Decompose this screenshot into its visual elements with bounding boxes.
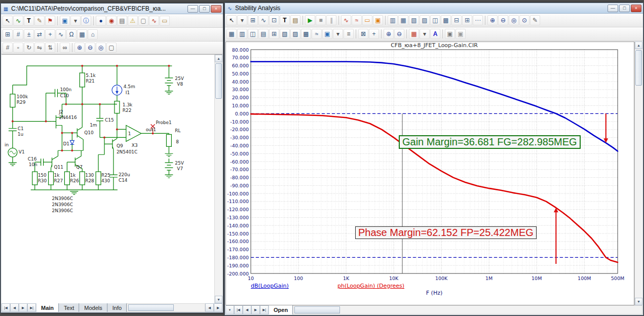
flag-tool-icon[interactable]: ⚑ bbox=[45, 16, 55, 26]
plot-grid-2-button-icon[interactable]: ▥ bbox=[237, 29, 247, 39]
copy-dropdown-icon[interactable]: ▾ bbox=[70, 16, 81, 26]
probe-button-icon[interactable]: ∿ bbox=[149, 16, 159, 26]
last-page-button[interactable]: ▶| bbox=[27, 303, 36, 312]
analysis-window-titlebar[interactable]: ∿ Stability Analysis — □ × bbox=[225, 3, 643, 14]
legend-phase[interactable]: ph(LoopGain) (Degrees) bbox=[337, 283, 404, 289]
data-points-button-icon[interactable]: ⋯ bbox=[473, 15, 483, 25]
page-list-button[interactable]: ▾ bbox=[225, 305, 234, 314]
color-palette-button-icon[interactable]: ▦ bbox=[409, 29, 419, 39]
prev-page-button[interactable]: ◀ bbox=[10, 303, 19, 312]
pane-layout-4-button-icon[interactable]: ▨ bbox=[420, 15, 430, 25]
flip-button-icon[interactable]: ⇅ bbox=[45, 43, 55, 53]
tab-info[interactable]: Info bbox=[107, 303, 127, 312]
attribute-button-icon[interactable]: ⊞ bbox=[3, 29, 13, 40]
copy-button-icon[interactable]: ▣ bbox=[60, 16, 70, 26]
scale-button-icon[interactable]: ⊠ bbox=[358, 29, 368, 39]
scroll-left-button[interactable]: ◀ bbox=[205, 303, 214, 312]
first-page-button[interactable]: |◀ bbox=[234, 305, 243, 314]
zoom-auto-button-icon[interactable]: ⊙ bbox=[519, 15, 529, 25]
select-tool-icon[interactable]: ↖ bbox=[226, 15, 237, 25]
pin-connections-button-icon[interactable]: ▦ bbox=[77, 29, 87, 40]
last-page-button[interactable]: ▶| bbox=[260, 305, 269, 314]
node-numbers-button-icon[interactable]: ± bbox=[24, 29, 34, 40]
scroll-thumb[interactable] bbox=[215, 63, 222, 99]
zoom-out-button-icon[interactable]: ⊖ bbox=[498, 15, 508, 25]
zoom-in-button-icon[interactable]: ⊕ bbox=[74, 43, 85, 53]
watch-button-icon[interactable]: ▣ bbox=[373, 15, 383, 25]
grid-button-icon[interactable]: # bbox=[3, 43, 13, 53]
scroll-down-button[interactable]: ▼ bbox=[215, 296, 222, 303]
grid-text-button-icon[interactable]: # bbox=[13, 29, 23, 40]
plot-grid-9-button-icon[interactable]: ≈ bbox=[312, 29, 322, 39]
run-button-icon[interactable]: ▶ bbox=[305, 15, 315, 25]
scroll-up-button[interactable]: ▲ bbox=[215, 55, 222, 62]
gain-margin-annotation[interactable]: Gain Margin=36.681 FG=282.985MEG bbox=[399, 135, 581, 149]
crosshair-button-icon[interactable]: ⌂ bbox=[88, 29, 98, 40]
copy-page-button-icon[interactable]: ▣ bbox=[445, 29, 455, 39]
plot-grid-6-button-icon[interactable]: ▧ bbox=[280, 29, 290, 39]
close-button[interactable]: × bbox=[211, 5, 221, 13]
plot-vertical-scrollbar[interactable]: ▲ ▼ bbox=[634, 42, 642, 305]
minimize-button[interactable]: — bbox=[187, 5, 198, 13]
rotate-button-icon[interactable]: ↻ bbox=[24, 43, 34, 53]
scroll-right-button[interactable]: ▶ bbox=[214, 303, 222, 312]
schematic-canvas[interactable]: 100kR29C11uinV15.1kR21100nC104.5mI11.3kR… bbox=[2, 55, 214, 303]
properties-button-icon[interactable]: ▤ bbox=[290, 15, 300, 25]
maximize-button[interactable]: □ bbox=[619, 5, 630, 12]
pane-layout-2-button-icon[interactable]: ▦ bbox=[398, 15, 408, 25]
zoom-window-button-icon[interactable]: ◎ bbox=[509, 15, 519, 25]
horizontal-scrollbar[interactable] bbox=[293, 305, 642, 314]
select-tool-icon[interactable]: ↖ bbox=[3, 16, 13, 26]
close-button[interactable]: × bbox=[631, 5, 641, 12]
graphics-tool-icon[interactable]: ✎ bbox=[34, 16, 45, 26]
pane-layout-6-button-icon[interactable]: ▩ bbox=[441, 15, 451, 25]
horizontal-scrollbar[interactable] bbox=[127, 303, 205, 312]
next-page-button[interactable]: ▶ bbox=[19, 303, 27, 312]
clipboard-dropdown-icon[interactable]: ▾ bbox=[237, 15, 247, 25]
node-voltages-button-icon[interactable]: ⇄ bbox=[34, 29, 45, 40]
zoom-area-button-icon[interactable]: ◎ bbox=[96, 43, 106, 53]
plot-canvas[interactable]: 80.00070.00060.00050.00040.00030.00020.0… bbox=[226, 42, 634, 298]
find-button-icon[interactable]: ∞ bbox=[60, 43, 70, 53]
cursor-mode-button-icon[interactable]: ∿ bbox=[258, 15, 269, 25]
scroll-track[interactable] bbox=[215, 62, 222, 296]
first-page-button[interactable]: |◀ bbox=[2, 303, 10, 312]
tab-main[interactable]: Main bbox=[36, 303, 59, 312]
horizontal-scroll-thumb[interactable] bbox=[128, 304, 174, 311]
phase-margin-annotation[interactable]: Phase Margin=62.152 FP=25.422MEG bbox=[355, 226, 537, 239]
minimize-button[interactable]: — bbox=[608, 5, 618, 12]
maximize-button[interactable]: □ bbox=[199, 5, 210, 13]
mirror-button-icon[interactable]: ⇋ bbox=[34, 43, 45, 53]
plot-grid-4-button-icon[interactable]: ▤ bbox=[258, 29, 269, 39]
scroll-thumb[interactable] bbox=[635, 50, 642, 86]
text-tool-icon[interactable]: T bbox=[24, 16, 34, 26]
pane-layout-1-button-icon[interactable]: ▥ bbox=[388, 15, 398, 25]
tab-open[interactable]: Open bbox=[269, 305, 293, 314]
schematic-vertical-scrollbar[interactable]: ▲ ▼ bbox=[214, 55, 222, 303]
condition-button-icon[interactable]: Ω bbox=[66, 29, 77, 40]
document-button-icon[interactable]: ▢ bbox=[138, 16, 148, 26]
plot-grid-5-button-icon[interactable]: ⊞ bbox=[269, 29, 279, 39]
vertical-cursor-button-icon[interactable]: ⊞ bbox=[462, 15, 472, 25]
plot-grid-3-button-icon[interactable]: ◫ bbox=[248, 29, 258, 39]
pane-layout-3-button-icon[interactable]: ▧ bbox=[409, 15, 419, 25]
scope-window-button-icon[interactable]: ⊞ bbox=[248, 15, 258, 25]
current-button-icon[interactable]: + bbox=[45, 29, 55, 40]
font-button-icon[interactable]: A bbox=[430, 29, 440, 39]
tab-models[interactable]: Models bbox=[79, 303, 107, 312]
wire-mode-tool-icon[interactable]: ∿ bbox=[13, 16, 23, 26]
stop-button-icon[interactable]: ■ bbox=[316, 15, 326, 25]
zoom-out-button-icon[interactable]: ⊖ bbox=[394, 29, 404, 39]
zoom-in-button-icon[interactable]: ⊕ bbox=[487, 15, 498, 25]
paste-dropdown-icon[interactable]: ▾ bbox=[333, 29, 343, 39]
plot-grid-8-button-icon[interactable]: ▩ bbox=[301, 29, 311, 39]
zoom-out-button-icon[interactable]: ⊖ bbox=[85, 43, 95, 53]
horizontal-scroll-thumb[interactable] bbox=[294, 306, 340, 313]
zoom-mode-button-icon[interactable]: ⊡ bbox=[269, 15, 279, 25]
stepping-button-icon[interactable]: ≈ bbox=[352, 15, 362, 25]
color-dropdown-icon[interactable]: ▾ bbox=[420, 29, 430, 39]
scroll-track[interactable] bbox=[635, 49, 642, 298]
zoom-in-button-icon[interactable]: ⊕ bbox=[384, 29, 394, 39]
schematic-window-titlebar[interactable]: ▦ C:\MC11\DATA\Petrov\comparison_CFB&VFB… bbox=[1, 4, 223, 14]
optimizer-button-icon[interactable]: ▭ bbox=[362, 15, 372, 25]
